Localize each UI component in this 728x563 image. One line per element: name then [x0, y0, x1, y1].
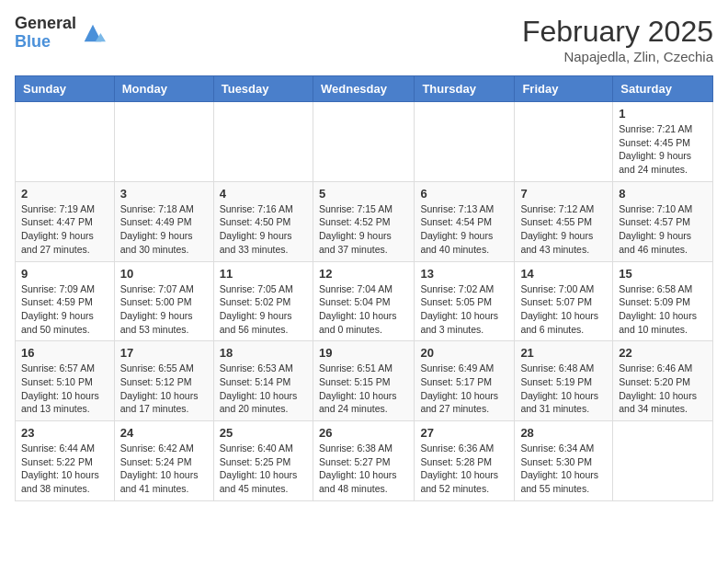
calendar-week-row: 23Sunrise: 6:44 AM Sunset: 5:22 PM Dayli…: [16, 421, 713, 501]
day-info: Sunrise: 7:05 AM Sunset: 5:02 PM Dayligh…: [220, 282, 307, 337]
calendar-cell: 5Sunrise: 7:15 AM Sunset: 4:52 PM Daylig…: [313, 181, 414, 261]
title-block: February 2025 Napajedla, Zlin, Czechia: [522, 15, 713, 64]
day-number: 11: [220, 267, 307, 281]
day-of-week-header: Wednesday: [313, 76, 414, 102]
day-number: 18: [220, 346, 307, 360]
day-info: Sunrise: 6:40 AM Sunset: 5:25 PM Dayligh…: [220, 442, 307, 496]
calendar-week-row: 9Sunrise: 7:09 AM Sunset: 4:59 PM Daylig…: [16, 261, 713, 341]
calendar-cell: 15Sunrise: 6:58 AM Sunset: 5:09 PM Dayli…: [613, 261, 713, 341]
calendar-week-row: 16Sunrise: 6:57 AM Sunset: 5:10 PM Dayli…: [16, 341, 713, 421]
calendar-cell: 18Sunrise: 6:53 AM Sunset: 5:14 PM Dayli…: [213, 341, 313, 421]
day-info: Sunrise: 7:04 AM Sunset: 5:04 PM Dayligh…: [319, 282, 408, 337]
day-number: 27: [420, 426, 508, 440]
calendar-cell: 9Sunrise: 7:09 AM Sunset: 4:59 PM Daylig…: [16, 261, 115, 341]
calendar-cell: 1Sunrise: 7:21 AM Sunset: 4:45 PM Daylig…: [613, 102, 713, 182]
day-of-week-header: Monday: [114, 76, 213, 102]
calendar-cell: 6Sunrise: 7:13 AM Sunset: 4:54 PM Daylig…: [415, 181, 515, 261]
day-number: 2: [21, 187, 108, 201]
day-info: Sunrise: 6:34 AM Sunset: 5:30 PM Dayligh…: [520, 442, 607, 496]
day-of-week-header: Friday: [515, 76, 613, 102]
day-number: 26: [319, 426, 408, 440]
day-number: 19: [319, 346, 408, 360]
day-number: 28: [520, 426, 607, 440]
day-info: Sunrise: 6:42 AM Sunset: 5:24 PM Dayligh…: [120, 442, 208, 496]
day-info: Sunrise: 6:57 AM Sunset: 5:10 PM Dayligh…: [21, 362, 108, 416]
calendar-cell: [313, 102, 414, 182]
calendar-cell: [613, 421, 713, 501]
day-number: 13: [420, 267, 508, 281]
day-number: 14: [520, 267, 607, 281]
calendar-cell: 17Sunrise: 6:55 AM Sunset: 5:12 PM Dayli…: [114, 341, 213, 421]
logo-general-text: General: [15, 15, 76, 33]
day-number: 16: [21, 346, 108, 360]
day-info: Sunrise: 7:13 AM Sunset: 4:54 PM Dayligh…: [420, 202, 508, 257]
calendar-cell: 14Sunrise: 7:00 AM Sunset: 5:07 PM Dayli…: [515, 261, 613, 341]
calendar-cell: 12Sunrise: 7:04 AM Sunset: 5:04 PM Dayli…: [313, 261, 414, 341]
calendar-cell: 7Sunrise: 7:12 AM Sunset: 4:55 PM Daylig…: [515, 181, 613, 261]
calendar-cell: [415, 102, 515, 182]
logo: General Blue: [15, 15, 106, 52]
day-info: Sunrise: 6:55 AM Sunset: 5:12 PM Dayligh…: [120, 362, 208, 416]
day-of-week-header: Thursday: [415, 76, 515, 102]
day-info: Sunrise: 7:16 AM Sunset: 4:50 PM Dayligh…: [220, 202, 307, 257]
calendar-cell: 20Sunrise: 6:49 AM Sunset: 5:17 PM Dayli…: [415, 341, 515, 421]
calendar-week-row: 1Sunrise: 7:21 AM Sunset: 4:45 PM Daylig…: [16, 102, 713, 182]
day-number: 3: [120, 187, 208, 201]
day-number: 8: [619, 187, 707, 201]
day-info: Sunrise: 7:19 AM Sunset: 4:47 PM Dayligh…: [21, 202, 108, 257]
location: Napajedla, Zlin, Czechia: [522, 49, 713, 64]
day-number: 6: [420, 187, 508, 201]
day-info: Sunrise: 7:07 AM Sunset: 5:00 PM Dayligh…: [120, 282, 208, 337]
day-number: 23: [21, 426, 108, 440]
calendar-cell: 23Sunrise: 6:44 AM Sunset: 5:22 PM Dayli…: [16, 421, 115, 501]
day-info: Sunrise: 7:10 AM Sunset: 4:57 PM Dayligh…: [619, 202, 707, 257]
calendar-cell: [16, 102, 115, 182]
calendar-cell: 27Sunrise: 6:36 AM Sunset: 5:28 PM Dayli…: [415, 421, 515, 501]
day-info: Sunrise: 7:02 AM Sunset: 5:05 PM Dayligh…: [420, 282, 508, 337]
day-number: 10: [120, 267, 208, 281]
calendar-cell: 22Sunrise: 6:46 AM Sunset: 5:20 PM Dayli…: [613, 341, 713, 421]
day-info: Sunrise: 6:38 AM Sunset: 5:27 PM Dayligh…: [319, 442, 408, 496]
calendar-cell: 11Sunrise: 7:05 AM Sunset: 5:02 PM Dayli…: [213, 261, 313, 341]
logo-icon: [80, 20, 106, 46]
day-info: Sunrise: 6:53 AM Sunset: 5:14 PM Dayligh…: [220, 362, 307, 416]
day-number: 4: [220, 187, 307, 201]
month-title: February 2025: [522, 15, 713, 49]
page-header: General Blue February 2025 Napajedla, Zl…: [15, 15, 713, 64]
calendar-cell: 13Sunrise: 7:02 AM Sunset: 5:05 PM Dayli…: [415, 261, 515, 341]
calendar-cell: 4Sunrise: 7:16 AM Sunset: 4:50 PM Daylig…: [213, 181, 313, 261]
day-number: 21: [520, 346, 607, 360]
day-info: Sunrise: 6:44 AM Sunset: 5:22 PM Dayligh…: [21, 442, 108, 496]
day-info: Sunrise: 7:21 AM Sunset: 4:45 PM Dayligh…: [619, 122, 707, 177]
calendar-cell: [515, 102, 613, 182]
day-number: 22: [619, 346, 707, 360]
day-info: Sunrise: 7:09 AM Sunset: 4:59 PM Dayligh…: [21, 282, 108, 337]
calendar-week-row: 2Sunrise: 7:19 AM Sunset: 4:47 PM Daylig…: [16, 181, 713, 261]
day-info: Sunrise: 6:51 AM Sunset: 5:15 PM Dayligh…: [319, 362, 408, 416]
day-of-week-header: Sunday: [16, 76, 115, 102]
day-info: Sunrise: 6:48 AM Sunset: 5:19 PM Dayligh…: [520, 362, 607, 416]
day-number: 24: [120, 426, 208, 440]
day-number: 25: [220, 426, 307, 440]
day-number: 5: [319, 187, 408, 201]
calendar-cell: 3Sunrise: 7:18 AM Sunset: 4:49 PM Daylig…: [114, 181, 213, 261]
day-info: Sunrise: 6:49 AM Sunset: 5:17 PM Dayligh…: [420, 362, 508, 416]
day-number: 7: [520, 187, 607, 201]
calendar-cell: 26Sunrise: 6:38 AM Sunset: 5:27 PM Dayli…: [313, 421, 414, 501]
day-number: 1: [619, 107, 707, 121]
day-info: Sunrise: 7:00 AM Sunset: 5:07 PM Dayligh…: [520, 282, 607, 337]
calendar-cell: [213, 102, 313, 182]
day-number: 15: [619, 267, 707, 281]
day-number: 20: [420, 346, 508, 360]
day-info: Sunrise: 7:12 AM Sunset: 4:55 PM Dayligh…: [520, 202, 607, 257]
day-info: Sunrise: 7:18 AM Sunset: 4:49 PM Dayligh…: [120, 202, 208, 257]
calendar-cell: 21Sunrise: 6:48 AM Sunset: 5:19 PM Dayli…: [515, 341, 613, 421]
day-of-week-header: Tuesday: [213, 76, 313, 102]
calendar-cell: 28Sunrise: 6:34 AM Sunset: 5:30 PM Dayli…: [515, 421, 613, 501]
calendar-cell: 2Sunrise: 7:19 AM Sunset: 4:47 PM Daylig…: [16, 181, 115, 261]
calendar-cell: 25Sunrise: 6:40 AM Sunset: 5:25 PM Dayli…: [213, 421, 313, 501]
calendar-header-row: SundayMondayTuesdayWednesdayThursdayFrid…: [16, 76, 713, 102]
calendar-cell: 16Sunrise: 6:57 AM Sunset: 5:10 PM Dayli…: [16, 341, 115, 421]
day-number: 9: [21, 267, 108, 281]
logo-blue-text: Blue: [15, 33, 76, 52]
